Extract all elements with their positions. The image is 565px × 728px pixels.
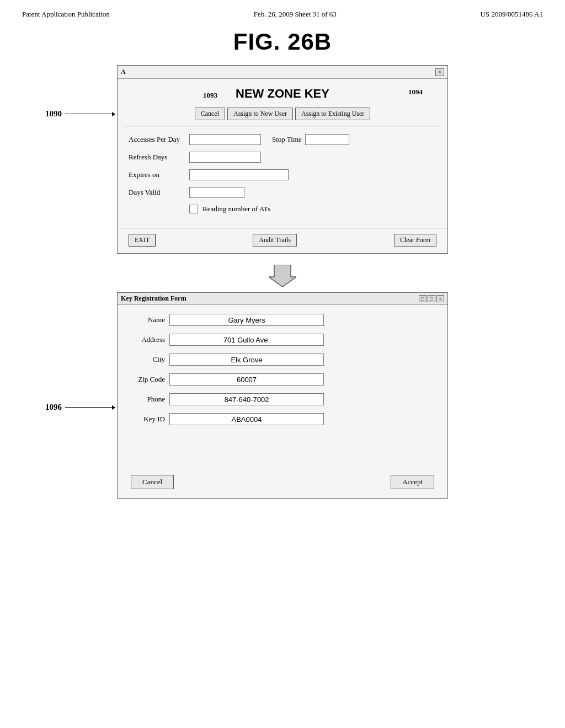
new-zone-key-dialog: A × NEW ZONE KEY 1093 1094 Cancel Assign… (117, 65, 448, 254)
key-id-label: Key ID (131, 415, 169, 424)
krf-title: Key Registration Form (121, 295, 186, 303)
dialog-bottom-buttons: EXIT Audit Trails Clear Form (118, 228, 447, 253)
address-row: Address (131, 334, 434, 346)
annotation-label-1094: 1094 (408, 88, 423, 97)
refresh-days-row: Refresh Days (129, 152, 436, 163)
top-dialog-container: 1090 A × NEW ZONE KEY 1093 1094 Cancel A… (117, 65, 448, 254)
audit-trails-button[interactable]: Audit Trails (253, 234, 297, 247)
maximize-button[interactable]: □ (428, 295, 435, 302)
key-id-input[interactable] (169, 413, 324, 425)
cancel-button[interactable]: Cancel (195, 108, 225, 120)
krf-accept-button[interactable]: Accept (391, 475, 434, 489)
dialog-title-bar: A × (118, 66, 447, 79)
krf-window-buttons: □ □ × (419, 295, 444, 302)
phone-input[interactable] (169, 393, 324, 405)
days-valid-label: Days Valid (129, 188, 189, 197)
reading-number-checkbox[interactable] (189, 205, 198, 213)
svg-marker-0 (269, 265, 296, 287)
label-1096: 1096 (45, 403, 62, 412)
annotation-1090: 1090 (45, 109, 115, 119)
arrow-down-container (269, 265, 296, 287)
days-valid-input[interactable] (189, 187, 244, 198)
phone-label: Phone (131, 395, 169, 404)
zone-key-form: Accesses Per Day Stop Time Refresh Days … (118, 126, 447, 226)
address-label: Address (131, 335, 169, 344)
zip-input[interactable] (169, 373, 324, 386)
arrow-1096 (65, 407, 115, 408)
reading-number-label: Reading number of ATs (202, 205, 270, 213)
spacer (118, 442, 447, 464)
arrow-1090 (65, 114, 115, 114)
key-id-row: Key ID (131, 413, 434, 425)
exit-button[interactable]: EXIT (129, 234, 156, 247)
label-1090: 1090 (45, 109, 62, 119)
header-left: Patent Application Publication (22, 10, 110, 19)
key-registration-form-dialog: Key Registration Form □ □ × Name Address (117, 292, 448, 499)
bottom-dialog-container: 1096 Key Registration Form □ □ × Name (117, 292, 448, 499)
clear-form-button[interactable]: Clear Form (394, 234, 436, 247)
zip-row: Zip Code (131, 373, 434, 386)
name-row: Name (131, 314, 434, 326)
accesses-input[interactable] (189, 134, 261, 145)
reading-number-row: Reading number of ATs (129, 205, 436, 213)
minimize-button[interactable]: □ (419, 295, 427, 302)
stop-time-label: Stop Time (272, 135, 302, 144)
krf-cancel-button[interactable]: Cancel (131, 475, 174, 489)
patent-header: Patent Application Publication Feb. 26, … (0, 0, 565, 23)
refresh-label: Refresh Days (129, 153, 189, 162)
accesses-stop-row: Accesses Per Day Stop Time (129, 134, 436, 145)
assign-existing-user-button[interactable]: Assign to Existing User (295, 108, 370, 120)
close-button[interactable]: × (436, 295, 444, 302)
header-middle: Feb. 26, 2009 Sheet 31 of 63 (254, 10, 337, 19)
refresh-input[interactable] (189, 152, 261, 163)
days-valid-row: Days Valid (129, 187, 436, 198)
arrow-down-icon (269, 265, 296, 287)
name-label: Name (131, 315, 169, 324)
krf-title-bar: Key Registration Form □ □ × (118, 293, 447, 305)
expires-label: Expires on (129, 170, 189, 179)
header-right: US 2009/0051486 A1 (481, 10, 543, 19)
dialog-title-label: A (121, 68, 126, 76)
city-input[interactable] (169, 354, 324, 366)
city-label: City (131, 355, 169, 364)
name-input[interactable] (169, 314, 324, 326)
phone-row: Phone (131, 393, 434, 405)
krf-form: Name Address City Zip Code (118, 305, 447, 442)
figure-title: FIG. 26B (0, 29, 565, 55)
content-area: 1090 A × NEW ZONE KEY 1093 1094 Cancel A… (0, 65, 565, 499)
krf-bottom-buttons: Cancel Accept (118, 464, 447, 498)
expires-row: Expires on (129, 169, 436, 180)
annotation-label-1093: 1093 (203, 91, 217, 100)
dialog-close-button[interactable]: × (435, 68, 444, 76)
new-zone-key-title: NEW ZONE KEY (118, 79, 447, 103)
address-input[interactable] (169, 334, 324, 346)
city-row: City (131, 354, 434, 366)
zip-label: Zip Code (131, 375, 169, 384)
stop-time-input[interactable] (305, 134, 349, 145)
assign-new-user-button[interactable]: Assign to New User (227, 108, 293, 120)
annotation-1096: 1096 (45, 403, 115, 412)
expires-input[interactable] (189, 169, 289, 180)
accesses-label: Accesses Per Day (129, 135, 189, 144)
zone-key-buttons-row: 1093 1094 Cancel Assign to New User Assi… (118, 103, 447, 126)
